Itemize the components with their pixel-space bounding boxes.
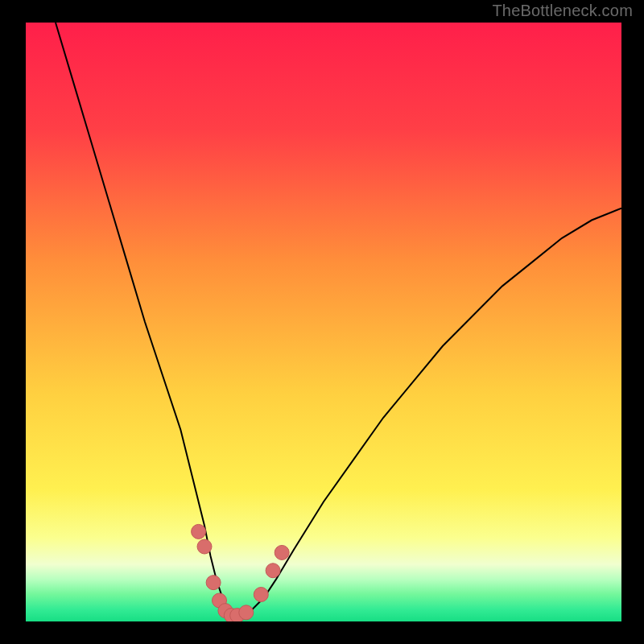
app-frame: TheBottleneck.com bbox=[0, 0, 644, 644]
curve-marker bbox=[192, 524, 206, 539]
chart-background bbox=[26, 23, 621, 621]
watermark-text: TheBottleneck.com bbox=[492, 2, 633, 20]
curve-marker bbox=[197, 539, 212, 554]
curve-marker bbox=[239, 605, 254, 620]
curve-marker bbox=[275, 545, 289, 559]
curve-marker bbox=[206, 576, 221, 590]
curve-marker bbox=[254, 588, 268, 602]
chart-svg bbox=[26, 23, 621, 621]
curve-marker bbox=[266, 564, 280, 578]
bottleneck-chart bbox=[26, 23, 621, 621]
